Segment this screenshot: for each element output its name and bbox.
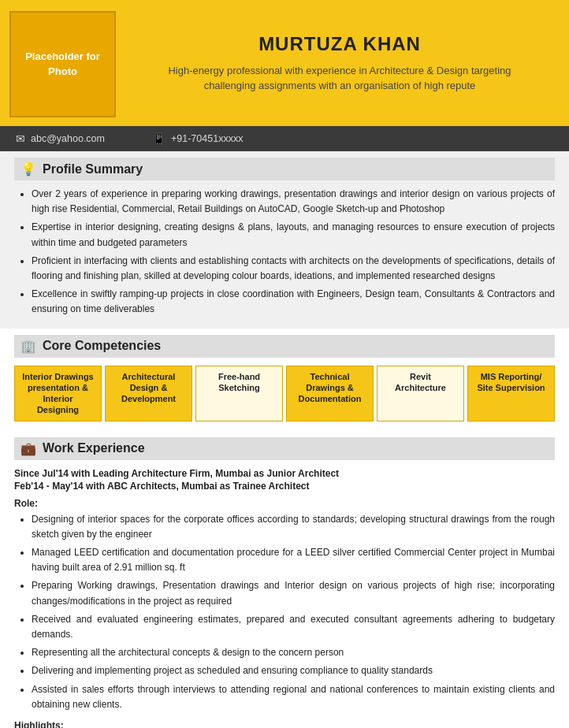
resume-header: Placeholder for Photo MURTUZA KHAN High-… xyxy=(0,0,569,126)
job-title-1: Since Jul'14 with Leading Architecture F… xyxy=(14,468,555,479)
job-title-2: Feb'14 - May'14 with ABC Architects, Mum… xyxy=(14,481,555,492)
profile-summary-section: 💡 Profile Summary Over 2 years of experi… xyxy=(0,151,569,329)
work-bullets-list: Designing of interior spaces for the cor… xyxy=(14,512,555,712)
list-item: Proficient in interfacing with clients a… xyxy=(32,254,555,284)
list-item: Managed LEED certification and documenta… xyxy=(32,545,555,575)
work-experience-header: 💼 Work Experience xyxy=(14,437,555,460)
highlights-label: Highlights: xyxy=(14,720,555,728)
core-competencies-header: 🏢 Core Competencies xyxy=(14,335,555,358)
list-item: Expertise in interior designing, creatin… xyxy=(32,220,555,250)
profile-summary-header: 💡 Profile Summary xyxy=(14,158,555,180)
work-experience-section: 💼 Work Experience Since Jul'14 with Lead… xyxy=(0,431,569,728)
list-item: Designing of interior spaces for the cor… xyxy=(32,512,555,542)
competency-tag-1: Architectural Design & Development xyxy=(105,366,192,422)
work-icon: 💼 xyxy=(20,441,36,456)
role-label: Role: xyxy=(14,498,555,509)
email-value: abc@yahoo.com xyxy=(31,133,105,144)
email-icon: ✉ xyxy=(16,132,25,145)
competencies-grid: Interior Drawings presentation & Interio… xyxy=(14,366,555,422)
list-item: Preparing Working drawings, Presentation… xyxy=(32,578,555,608)
list-item: Assisted in sales efforts through interv… xyxy=(32,682,555,712)
photo-label: Placeholder for Photo xyxy=(11,50,114,78)
profile-summary-title: Profile Summary xyxy=(43,162,143,176)
profile-summary-list: Over 2 years of experience in preparing … xyxy=(14,187,555,318)
contact-bar: ✉ abc@yahoo.com 📱 +91-70451xxxxx xyxy=(0,126,569,151)
email-contact: ✉ abc@yahoo.com xyxy=(16,132,105,145)
competencies-icon: 🏢 xyxy=(20,339,36,354)
list-item: Delivering and implementing project as s… xyxy=(32,663,555,678)
core-competencies-section: 🏢 Core Competencies Interior Drawings pr… xyxy=(0,329,569,431)
competency-tag-4: Revit Architecture xyxy=(377,366,464,422)
photo-placeholder: Placeholder for Photo xyxy=(9,11,116,117)
candidate-subtitle: High-energy professional with experience… xyxy=(151,63,529,94)
list-item: Excellence in swiftly ramping-up project… xyxy=(32,287,555,317)
phone-value: +91-70451xxxxx xyxy=(171,133,243,144)
competency-tag-5: MIS Reporting/ Site Supervision xyxy=(467,366,555,422)
candidate-name: MURTUZA KHAN xyxy=(258,33,421,55)
phone-contact: 📱 +91-70451xxxxx xyxy=(152,132,243,145)
list-item: Representing all the architectural conce… xyxy=(32,645,555,660)
profile-icon: 💡 xyxy=(20,162,36,176)
competency-tag-0: Interior Drawings presentation & Interio… xyxy=(14,366,102,422)
core-competencies-title: Core Competencies xyxy=(43,339,161,353)
competency-tag-2: Free-hand Sketching xyxy=(195,366,283,422)
competency-tag-3: Technical Drawings & Documentation xyxy=(286,366,374,422)
work-experience-title: Work Experience xyxy=(43,441,145,455)
phone-icon: 📱 xyxy=(152,132,165,145)
list-item: Over 2 years of experience in preparing … xyxy=(32,187,555,217)
list-item: Received and evaluated engineering estim… xyxy=(32,612,555,642)
